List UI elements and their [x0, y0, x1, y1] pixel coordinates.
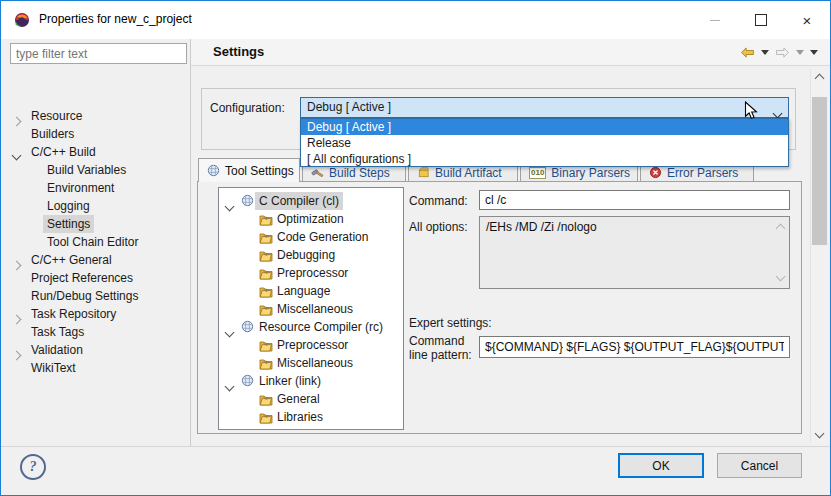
scroll-up-icon	[776, 224, 786, 234]
sidebar-item-wikitext[interactable]: WikiText	[1, 359, 190, 377]
sidebar-item-environment[interactable]: Environment	[1, 179, 190, 197]
sidebar-item-tool-chain-editor[interactable]: Tool Chain Editor	[1, 233, 190, 251]
scrollbar-thumb[interactable]	[812, 97, 827, 245]
configuration-dropdown-list: Debug [ Active ] Release [ All configura…	[300, 118, 789, 167]
tool-settings-icon	[207, 164, 220, 177]
sidebar-item-project-references[interactable]: Project References	[1, 269, 190, 287]
window-title: Properties for new_c_project	[39, 12, 192, 26]
expert-settings-label: Expert settings:	[409, 316, 492, 330]
forward-menu-icon[interactable]	[796, 50, 804, 55]
page-title: Settings	[213, 44, 264, 59]
tool-settings-panel: C Compiler (cl) Optimization Code Genera…	[197, 181, 802, 434]
configuration-combobox[interactable]: Debug [ Active ]	[300, 97, 789, 118]
tree-item-language[interactable]: Language	[219, 282, 403, 300]
sidebar-item-task-repository[interactable]: Task Repository	[1, 305, 190, 323]
command-line-pattern-label: Command line pattern:	[409, 334, 475, 362]
app-icon	[13, 10, 31, 28]
command-line-pattern-input[interactable]	[479, 336, 790, 358]
tree-item-libraries[interactable]: Libraries	[219, 408, 403, 426]
scrollbar-down-button[interactable]	[811, 427, 828, 443]
chevron-up-icon	[815, 74, 825, 84]
build-artifact-icon	[417, 166, 430, 179]
window-controls: ×	[692, 1, 830, 39]
sidebar-item-validation[interactable]: Validation	[1, 341, 190, 359]
dropdown-option-debug[interactable]: Debug [ Active ]	[301, 119, 788, 135]
scrollbar-up-button[interactable]	[811, 69, 828, 85]
cancel-button[interactable]: Cancel	[717, 453, 802, 478]
minimize-button[interactable]	[692, 1, 738, 39]
sidebar-item-logging[interactable]: Logging	[1, 197, 190, 215]
tree-item-linker[interactable]: Linker (link)	[219, 372, 403, 390]
sidebar-item-cpp-general[interactable]: C/C++ General	[1, 251, 190, 269]
dropdown-option-release[interactable]: Release	[301, 135, 788, 151]
help-icon: ?	[30, 459, 37, 475]
close-button[interactable]: ×	[784, 1, 830, 39]
sidebar-item-task-tags[interactable]: Task Tags	[1, 323, 190, 341]
footer-bar: ? OK Cancel	[1, 446, 830, 495]
sidebar-item-cpp-build[interactable]: C/C++ Build	[1, 143, 190, 161]
tree-item-rc-preprocessor[interactable]: Preprocessor	[219, 336, 403, 354]
sidebar-item-resource[interactable]: Resource	[1, 107, 190, 125]
configuration-combobox-value: Debug [ Active ]	[307, 100, 391, 114]
tree-item-code-generation[interactable]: Code Generation	[219, 228, 403, 246]
all-options-textarea[interactable]: /EHs /MD /Zi /nologo	[479, 216, 790, 289]
view-menu-icon[interactable]	[810, 50, 818, 55]
tree-item-debugging[interactable]: Debugging	[219, 246, 403, 264]
maximize-icon	[755, 14, 767, 26]
ok-button[interactable]: OK	[618, 453, 704, 478]
tree-item-general[interactable]: General	[219, 390, 403, 408]
back-button[interactable]	[740, 47, 755, 58]
header-nav	[740, 39, 818, 65]
properties-dialog: Properties for new_c_project × Resource …	[0, 0, 831, 496]
configuration-label: Configuration:	[210, 101, 285, 115]
tree-item-rc-miscellaneous[interactable]: Miscellaneous	[219, 354, 403, 372]
binary-parsers-icon: 010	[529, 167, 546, 179]
mouse-cursor	[744, 101, 758, 121]
maximize-button[interactable]	[738, 1, 784, 39]
back-menu-icon[interactable]	[761, 50, 769, 55]
tree-item-c-compiler[interactable]: C Compiler (cl)	[219, 192, 403, 210]
error-parsers-icon	[649, 166, 662, 179]
command-input[interactable]	[479, 190, 790, 210]
sidebar-item-builders[interactable]: Builders	[1, 125, 190, 143]
close-icon: ×	[803, 13, 812, 28]
minimize-icon	[710, 20, 720, 21]
sidebar-item-run-debug-settings[interactable]: Run/Debug Settings	[1, 287, 190, 305]
tree-item-optimization[interactable]: Optimization	[219, 210, 403, 228]
build-steps-icon	[311, 166, 324, 179]
dropdown-option-all-configurations[interactable]: [ All configurations ]	[301, 151, 788, 167]
tree-item-miscellaneous[interactable]: Miscellaneous	[219, 300, 403, 318]
all-options-label: All options:	[409, 220, 468, 234]
help-button[interactable]: ?	[20, 454, 46, 480]
scroll-down-icon	[776, 272, 786, 282]
tab-tool-settings[interactable]: Tool Settings	[198, 158, 300, 182]
sidebar: Resource Builders C/C++ Build Build Vari…	[1, 39, 191, 446]
vertical-scrollbar[interactable]	[810, 69, 828, 443]
sidebar-item-build-variables[interactable]: Build Variables	[1, 161, 190, 179]
forward-button[interactable]	[775, 47, 790, 58]
titlebar: Properties for new_c_project ×	[1, 1, 830, 39]
filter-input[interactable]	[10, 43, 187, 64]
tool-settings-tree: C Compiler (cl) Optimization Code Genera…	[218, 187, 404, 430]
page-header: Settings	[191, 39, 830, 66]
folder-icon	[259, 411, 273, 429]
command-label: Command:	[409, 194, 468, 208]
sidebar-item-settings[interactable]: Settings	[1, 215, 190, 233]
tree-item-resource-compiler[interactable]: Resource Compiler (rc)	[219, 318, 403, 336]
chevron-down-icon	[815, 429, 825, 439]
tree-item-preprocessor[interactable]: Preprocessor	[219, 264, 403, 282]
